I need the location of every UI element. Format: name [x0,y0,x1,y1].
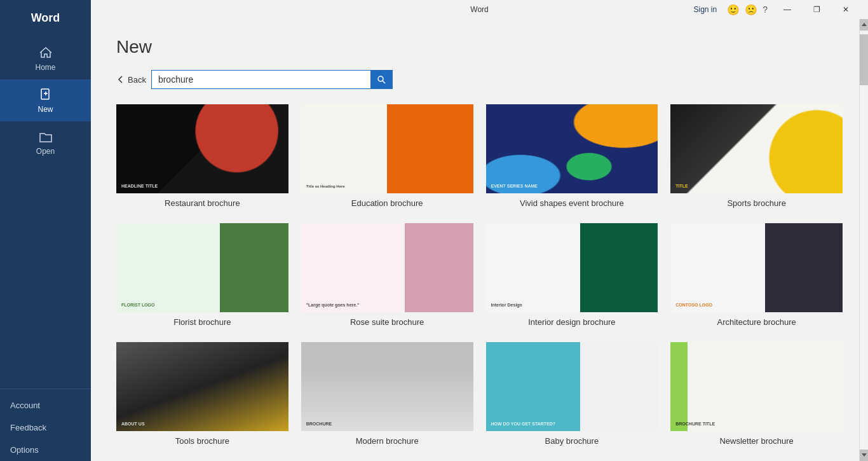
template-item-tools[interactable]: ABOUT US Tools brochure [116,342,288,446]
template-thumb-restaurant: HEADLINE TITLE [116,104,288,193]
scrollbar-up-arrow[interactable] [860,19,868,31]
template-label-tools: Tools brochure [175,436,229,446]
template-item-arch[interactable]: Contoso Logo Architecture brochure [670,223,843,327]
sidebar: Word Home New Open Account Feedback Opti… [0,0,91,461]
sidebar-item-feedback[interactable]: Feedback [0,416,91,439]
search-input-wrap [151,70,393,89]
help-icon[interactable]: ? [763,4,768,15]
search-icon [377,75,386,84]
template-thumb-rose: "Large quote goes here." [301,223,473,312]
scrollbar-down-arrow[interactable] [860,450,868,461]
template-item-rose[interactable]: "Large quote goes here." Rose suite broc… [301,223,473,327]
sidebar-item-options[interactable]: Options [0,439,91,461]
template-label-restaurant: Restaurant brochure [165,198,240,208]
template-thumb-florist: FLORIST LOGO [116,223,288,312]
titlebar-app-name: Word [470,5,488,14]
scrollbar-track[interactable] [859,19,868,461]
window-controls: — ❐ ✕ [773,0,860,19]
template-thumb-baby: HOW DO YOU GET STARTED? [486,342,658,431]
sidebar-item-open[interactable]: Open [0,121,91,163]
template-thumb-sports: TitLe [670,104,843,193]
maximize-button[interactable]: ❐ [802,0,831,19]
template-label-florist: Florist brochure [173,317,231,327]
titlebar-controls: Sign in 🙂 🙁 ? — ❐ ✕ [689,0,861,19]
template-item-interior[interactable]: Interior Design Interior design brochure [486,223,658,327]
template-label-sports: Sports brochure [727,198,786,208]
open-folder-icon [38,129,53,144]
search-input[interactable] [152,71,370,88]
sad-face-icon[interactable]: 🙁 [745,4,757,16]
home-icon [38,45,53,60]
page-title: New [116,37,843,57]
happy-face-icon[interactable]: 🙂 [727,4,740,16]
template-item-florist[interactable]: FLORIST LOGO Florist brochure [116,223,288,327]
template-item-newsletter[interactable]: BROCHURE TITLE Newsletter brochure [670,342,843,446]
template-thumb-vivid: EVENT SERIES NAME [486,104,658,193]
template-item-vivid[interactable]: EVENT SERIES NAME Vivid shapes event bro… [486,104,658,208]
template-label-arch: Architecture brochure [717,317,796,327]
template-grid: HEADLINE TITLE Restaurant brochure Title… [116,104,843,446]
svg-line-4 [383,81,385,83]
template-label-rose: Rose suite brochure [350,317,424,327]
main-area: Word Sign in 🙂 🙁 ? — ❐ ✕ New Back [91,0,868,461]
scrollbar-thumb[interactable] [860,34,868,85]
sign-in-button[interactable]: Sign in [689,4,722,15]
titlebar: Word Sign in 🙂 🙁 ? — ❐ ✕ [91,0,868,19]
template-label-vivid: Vivid shapes event brochure [520,198,624,208]
template-label-newsletter: Newsletter brochure [719,436,793,446]
template-thumb-interior: Interior Design [486,223,658,312]
template-label-baby: Baby brochure [545,436,599,446]
sidebar-item-home[interactable]: Home [0,38,91,79]
search-bar: Back [116,70,843,89]
sidebar-item-home-label: Home [35,63,55,72]
template-thumb-tools: ABOUT US [116,342,288,431]
template-label-interior: Interior design brochure [528,317,615,327]
close-button[interactable]: ✕ [831,0,860,19]
template-item-sports[interactable]: TitLe Sports brochure [670,104,843,208]
template-item-education[interactable]: Title as Heading Here Education brochure [301,104,473,208]
template-thumb-keyboard: BROCHURE [301,342,473,431]
template-thumb-education: Title as Heading Here [301,104,473,193]
sidebar-item-account[interactable]: Account [0,394,91,416]
sidebar-item-new[interactable]: New [0,79,91,121]
svg-rect-0 [41,89,49,99]
back-button[interactable]: Back [116,75,146,85]
template-item-baby[interactable]: HOW DO YOU GET STARTED? Baby brochure [486,342,658,446]
template-thumb-newsletter: BROCHURE TITLE [670,342,843,431]
back-arrow-icon [116,75,125,84]
template-label-education: Education brochure [351,198,423,208]
minimize-button[interactable]: — [773,0,802,19]
app-logo: Word [0,0,91,38]
content-area: New Back [91,19,868,461]
svg-point-3 [378,76,383,81]
template-item-restaurant[interactable]: HEADLINE TITLE Restaurant brochure [116,104,288,208]
sidebar-bottom: Account Feedback Options [0,389,91,461]
sidebar-item-open-label: Open [36,147,55,156]
template-thumb-arch: Contoso Logo [670,223,843,312]
search-button[interactable] [370,71,392,88]
template-label-keyboard: Modern brochure [356,436,419,446]
template-item-keyboard[interactable]: BROCHURE Modern brochure [301,342,473,446]
new-doc-icon [38,87,53,102]
sidebar-item-new-label: New [37,105,53,114]
back-label: Back [128,75,146,85]
